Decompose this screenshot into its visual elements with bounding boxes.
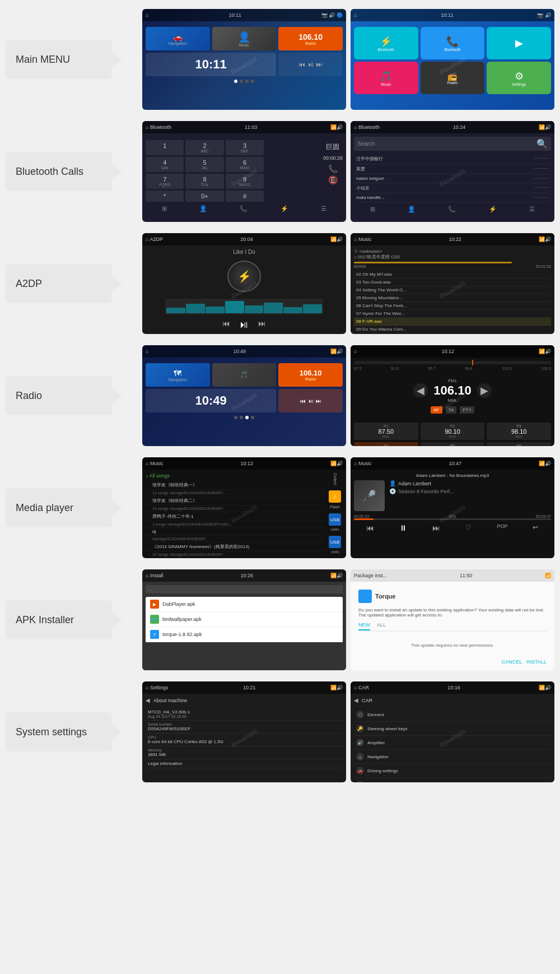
car-item-extra[interactable]: + Extra settings — [354, 778, 551, 782]
call-icon-bt1[interactable]: 📞 — [240, 205, 248, 212]
screenshot-main-menu-1[interactable]: ⌂ 10:11 📷 🔊 🔵 Dasaita//// 🚗 Navigation 👤 — [142, 9, 346, 110]
menu-icon-bt2[interactable]: ☰ — [529, 206, 535, 213]
car-item-amplifier[interactable]: 🔊 Amplifier — [354, 736, 551, 750]
media-song-4[interactable]: dj — [146, 528, 325, 536]
media-song-5[interactable]: 《2013 GRAMMY Nominees》(格莱美的彩2013) — [146, 542, 325, 551]
key-star[interactable]: * — [146, 191, 184, 202]
contact-item-5[interactable]: India handfe... ············ — [354, 193, 551, 202]
pkg-tab-all[interactable]: ALL — [377, 622, 386, 630]
bt-icon-bt2[interactable]: ⚡ — [489, 206, 497, 213]
song-item-07[interactable]: 07 Hymn For The Wee... — [354, 310, 551, 318]
radio-tile-music2[interactable]: 🎵 — [212, 363, 277, 387]
np-fav-btn[interactable]: ♡ — [465, 523, 472, 532]
back-icon-sys2[interactable]: ◀ — [354, 697, 358, 703]
song-item-09[interactable]: 09 Do You Wanna Com... — [354, 326, 551, 333]
flash-icon[interactable]: ⚡ — [329, 490, 341, 503]
radio-ctrl-play[interactable]: ⏯ — [308, 398, 314, 404]
screenshot-sys-2[interactable]: ⌂ CAR 10:16 📶🔊 Dasaita//// ◀ CAR ⬡ Eleme… — [351, 681, 554, 782]
car-item-driving[interactable]: 🚗 Driving settings — [354, 764, 551, 778]
prev-btn-a2dp[interactable]: ⏮ — [222, 319, 230, 331]
radio-tile-radio[interactable]: 106.10 Radio — [278, 363, 343, 387]
screenshot-radio-1[interactable]: ⌂ 10:49 📶🔊 Dasaita//// 🗺 Navigation 🎵 — [142, 345, 346, 446]
key-9[interactable]: 9WXYZ — [226, 174, 264, 189]
pkg-install-btn[interactable]: INSTALL — [526, 659, 547, 665]
apk-file-3[interactable]: T torque-1.8.92.apk — [146, 627, 343, 642]
screenshot-apk-1[interactable]: ⌂ Install 10:26 📶🔊 Dasaita//// .. ▶ DabP… — [142, 569, 346, 670]
answer-icon[interactable]: 📞 — [323, 164, 343, 173]
contact-item-3[interactable]: hakim belgum ············ — [354, 174, 551, 183]
preset-p4[interactable]: P4 106.10 MHZ — [354, 442, 418, 446]
contact-item-2[interactable]: 英楚 ············ — [354, 164, 551, 174]
play-btn-a2dp[interactable]: ⏯ — [239, 319, 249, 331]
radio-tile-nav[interactable]: 🗺 Navigation — [146, 363, 210, 387]
np-prev-btn[interactable]: ⏮ — [366, 523, 374, 532]
screenshot-sys-1[interactable]: ⌂ Settings 10:21 📶🔊 Dasaita//// ◀ About … — [142, 681, 346, 782]
screenshot-a2dp-2[interactable]: ⌂ Music 10:22 📶🔊 Dasaita//// ☉ <unknown>… — [351, 233, 554, 334]
media-song-1[interactable]: 张学友《聆听经典一》 — [146, 481, 325, 490]
key-3[interactable]: 3DEF — [226, 140, 264, 155]
bt-tile-phone[interactable]: 📞 Bluetooth — [421, 27, 485, 59]
user-icon-bt1[interactable]: 👤 — [199, 205, 207, 212]
radio-tile-controls[interactable]: ⏮ ⏯ ⏭ — [278, 389, 343, 412]
song-item-10[interactable]: 10 Born Again Tomorro... — [354, 333, 551, 334]
screenshot-apk-2[interactable]: Package inst... 11:50 📶 Torque Do you wa… — [351, 569, 554, 670]
screenshot-bt-2[interactable]: ⌂ Bluetooth 10:24 📶🔊 Dasaita//// Search … — [351, 121, 554, 222]
contact-item-4[interactable]: 小仙女 ············ — [354, 183, 551, 193]
np-next-btn[interactable]: ⏭ — [432, 523, 440, 532]
key-1[interactable]: 1 — [146, 140, 184, 155]
key-8[interactable]: 8TUV — [185, 174, 223, 189]
np-progress-bar[interactable] — [354, 518, 551, 520]
key-2[interactable]: 2ABC — [185, 140, 223, 155]
tile-media[interactable]: ⏮ ⏯ ⏭ — [278, 53, 343, 76]
preset-p6[interactable]: P6 87.50 MHZ — [487, 442, 551, 446]
back-icon-sys1[interactable]: ◀ — [146, 697, 150, 703]
bt-icon-bt1[interactable]: ⚡ — [281, 205, 288, 212]
pkg-tab-new[interactable]: NEW — [358, 622, 370, 630]
song-item-04[interactable]: 04 Setting The World O... — [354, 286, 551, 294]
preset-p5[interactable]: P5 108.00 MHZ — [421, 442, 485, 446]
preset-p2[interactable]: P2 90.10 MHZ — [421, 423, 485, 440]
song-item-08[interactable]: 08 F-VR.wav — [354, 318, 551, 326]
all-songs-label[interactable]: ♪ All songs — [146, 473, 325, 479]
grid-icon-bt2[interactable]: ⊞ — [370, 206, 375, 213]
prev-station-btn[interactable]: ◀ — [413, 383, 428, 398]
tile-music[interactable]: 👤 Music — [212, 27, 277, 50]
search-icon[interactable]: 🔍 — [536, 138, 548, 149]
media-song-2[interactable]: 张学友《聆听经典二》 — [146, 497, 325, 505]
key-5[interactable]: 5JKL — [185, 157, 223, 172]
media-song-3[interactable]: 黑鸭子-伴你二十年-1 — [146, 512, 325, 521]
screenshot-media-1[interactable]: ⌂ Music 10:12 📶🔊 Dasaita//// ♪ All songs… — [142, 457, 346, 558]
bt-tile-dark[interactable]: 📻 Radio — [421, 62, 485, 94]
hang-up-icon[interactable]: 📵 — [323, 175, 343, 184]
tile-navigation[interactable]: 🚗 Navigation — [146, 27, 210, 50]
key-7[interactable]: 7PQRS — [146, 174, 184, 189]
tile-radio[interactable]: 106.10 Radio — [278, 27, 343, 50]
apk-file-2[interactable]: 🐦 birdwallpaper.apk — [146, 612, 343, 627]
bt-tile-video[interactable]: ▶ — [487, 27, 551, 59]
screenshot-main-menu-2[interactable]: ⌂ 10:11 📷 🔊 Dasaita//// ⚡ Bluetooth 📞 Bl… — [351, 9, 554, 110]
car-item-steering[interactable]: 🔑 Steering wheel keys — [354, 722, 551, 736]
user-icon-bt2[interactable]: 👤 — [408, 206, 416, 213]
usb1-icon[interactable]: USB — [329, 513, 341, 526]
key-0[interactable]: 0+ — [185, 191, 223, 202]
call-icon-bt2[interactable]: 📞 — [448, 206, 456, 213]
grid-icon-bt1[interactable]: ⊞ — [162, 205, 167, 212]
apk-file-1[interactable]: ▶ DabPlayer.apk — [146, 597, 343, 612]
ta-btn[interactable]: TA — [446, 406, 457, 414]
key-4[interactable]: 4GHI — [146, 157, 184, 172]
menu-icon-bt1[interactable]: ☰ — [321, 205, 326, 212]
usb3-icon[interactable]: USB — [329, 536, 341, 548]
radio-ctrl-next[interactable]: ⏭ — [316, 398, 321, 404]
np-mode-btn[interactable]: POP — [497, 523, 507, 532]
next-btn-a2dp[interactable]: ⏭ — [258, 319, 266, 331]
sys-item-legal[interactable]: Legal information — [146, 759, 343, 768]
pty-btn[interactable]: PTY — [460, 406, 474, 414]
bt-tile-settings[interactable]: ⚙ Settings — [487, 62, 551, 94]
contact-item-1[interactable]: 汪平中国银行 ············ — [354, 154, 551, 164]
next-station-btn[interactable]: ▶ — [477, 383, 492, 398]
search-bar[interactable]: Search 🔍 — [354, 137, 551, 151]
song-item-02[interactable]: 02 Oh My MY.wav — [354, 271, 551, 279]
collect-btn[interactable]: Collect — [333, 473, 337, 485]
screenshot-a2dp-1[interactable]: ⌂ A2DP 20:04 📶🔊 Dasaita//// Like I Do ⚡ — [142, 233, 346, 334]
song-item-05[interactable]: 05 Moving Mountains... — [354, 294, 551, 302]
